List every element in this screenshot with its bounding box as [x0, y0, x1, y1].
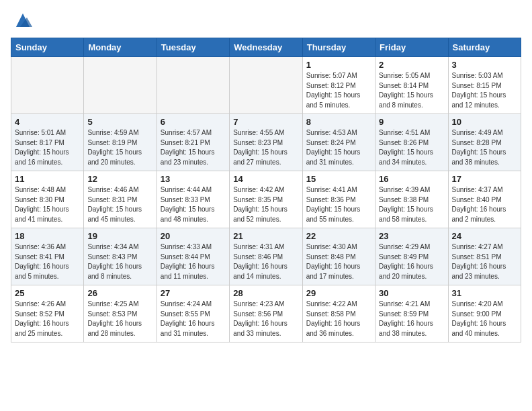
calendar-cell: 15Sunrise: 4:41 AM Sunset: 8:36 PM Dayli… [302, 171, 375, 228]
day-number: 12 [87, 174, 152, 184]
calendar-cell: 17Sunrise: 4:37 AM Sunset: 8:40 PM Dayli… [448, 171, 521, 228]
day-number: 22 [306, 231, 371, 241]
day-info: Sunrise: 4:20 AM Sunset: 9:00 PM Dayligh… [452, 300, 517, 338]
day-info: Sunrise: 5:05 AM Sunset: 8:14 PM Dayligh… [379, 71, 444, 110]
day-info: Sunrise: 4:53 AM Sunset: 8:24 PM Dayligh… [306, 128, 371, 167]
day-info: Sunrise: 4:48 AM Sunset: 8:30 PM Dayligh… [15, 185, 80, 224]
calendar-cell: 10Sunrise: 4:49 AM Sunset: 8:28 PM Dayli… [448, 114, 521, 171]
day-number: 5 [87, 117, 152, 127]
day-number: 13 [161, 174, 226, 184]
day-info: Sunrise: 5:07 AM Sunset: 8:12 PM Dayligh… [306, 71, 371, 110]
day-number: 27 [161, 288, 226, 298]
logo [11, 11, 32, 30]
day-number: 21 [233, 231, 298, 241]
day-info: Sunrise: 4:41 AM Sunset: 8:36 PM Dayligh… [306, 185, 371, 224]
calendar-cell: 29Sunrise: 4:22 AM Sunset: 8:58 PM Dayli… [302, 285, 375, 342]
day-number: 10 [452, 117, 517, 127]
day-header-sunday: Sunday [11, 38, 84, 57]
calendar-cell [230, 57, 302, 114]
day-info: Sunrise: 4:44 AM Sunset: 8:33 PM Dayligh… [161, 185, 226, 224]
calendar-week-3: 11Sunrise: 4:48 AM Sunset: 8:30 PM Dayli… [11, 171, 521, 228]
calendar-body: 1Sunrise: 5:07 AM Sunset: 8:12 PM Daylig… [11, 57, 521, 342]
day-info: Sunrise: 4:57 AM Sunset: 8:21 PM Dayligh… [161, 128, 226, 167]
day-number: 14 [233, 174, 298, 184]
day-info: Sunrise: 4:51 AM Sunset: 8:26 PM Dayligh… [379, 128, 444, 167]
page-header [11, 11, 521, 30]
calendar-cell: 31Sunrise: 4:20 AM Sunset: 9:00 PM Dayli… [448, 285, 521, 342]
day-info: Sunrise: 5:01 AM Sunset: 8:17 PM Dayligh… [15, 128, 80, 167]
calendar-cell [157, 57, 229, 114]
day-number: 6 [161, 117, 226, 127]
calendar-cell [11, 57, 84, 114]
calendar-cell: 7Sunrise: 4:55 AM Sunset: 8:23 PM Daylig… [230, 114, 302, 171]
calendar-cell: 23Sunrise: 4:29 AM Sunset: 8:49 PM Dayli… [375, 228, 448, 285]
day-number: 29 [306, 288, 371, 298]
day-info: Sunrise: 5:03 AM Sunset: 8:15 PM Dayligh… [452, 71, 517, 110]
day-header-tuesday: Tuesday [157, 38, 229, 57]
calendar-week-2: 4Sunrise: 5:01 AM Sunset: 8:17 PM Daylig… [11, 114, 521, 171]
day-number: 11 [15, 174, 80, 184]
day-number: 28 [233, 288, 298, 298]
day-info: Sunrise: 4:21 AM Sunset: 8:59 PM Dayligh… [379, 300, 444, 338]
calendar-cell: 28Sunrise: 4:23 AM Sunset: 8:56 PM Dayli… [230, 285, 302, 342]
day-number: 9 [379, 117, 444, 127]
day-number: 17 [452, 174, 517, 184]
day-number: 8 [306, 117, 371, 127]
calendar-cell: 22Sunrise: 4:30 AM Sunset: 8:48 PM Dayli… [302, 228, 375, 285]
calendar-cell: 6Sunrise: 4:57 AM Sunset: 8:21 PM Daylig… [157, 114, 229, 171]
calendar-cell: 9Sunrise: 4:51 AM Sunset: 8:26 PM Daylig… [375, 114, 448, 171]
calendar-cell: 12Sunrise: 4:46 AM Sunset: 8:31 PM Dayli… [84, 171, 157, 228]
calendar-cell: 26Sunrise: 4:25 AM Sunset: 8:53 PM Dayli… [84, 285, 157, 342]
day-info: Sunrise: 4:25 AM Sunset: 8:53 PM Dayligh… [87, 300, 152, 338]
day-number: 7 [233, 117, 298, 127]
day-number: 2 [379, 60, 444, 70]
day-header-saturday: Saturday [448, 38, 521, 57]
calendar-week-4: 18Sunrise: 4:36 AM Sunset: 8:41 PM Dayli… [11, 228, 521, 285]
day-number: 1 [306, 60, 371, 70]
calendar-cell: 13Sunrise: 4:44 AM Sunset: 8:33 PM Dayli… [157, 171, 229, 228]
calendar-cell: 1Sunrise: 5:07 AM Sunset: 8:12 PM Daylig… [302, 57, 375, 114]
day-number: 30 [379, 288, 444, 298]
calendar-cell: 30Sunrise: 4:21 AM Sunset: 8:59 PM Dayli… [375, 285, 448, 342]
calendar-cell: 27Sunrise: 4:24 AM Sunset: 8:55 PM Dayli… [157, 285, 229, 342]
calendar-cell: 11Sunrise: 4:48 AM Sunset: 8:30 PM Dayli… [11, 171, 84, 228]
calendar-cell: 2Sunrise: 5:05 AM Sunset: 8:14 PM Daylig… [375, 57, 448, 114]
logo-icon [13, 11, 32, 30]
day-info: Sunrise: 4:59 AM Sunset: 8:19 PM Dayligh… [87, 128, 152, 167]
day-info: Sunrise: 4:39 AM Sunset: 8:38 PM Dayligh… [379, 185, 444, 224]
day-info: Sunrise: 4:46 AM Sunset: 8:31 PM Dayligh… [87, 185, 152, 224]
calendar-cell: 4Sunrise: 5:01 AM Sunset: 8:17 PM Daylig… [11, 114, 84, 171]
calendar-week-5: 25Sunrise: 4:26 AM Sunset: 8:52 PM Dayli… [11, 285, 521, 342]
day-info: Sunrise: 4:34 AM Sunset: 8:43 PM Dayligh… [87, 242, 152, 281]
day-number: 15 [306, 174, 371, 184]
day-info: Sunrise: 4:49 AM Sunset: 8:28 PM Dayligh… [452, 128, 517, 167]
day-info: Sunrise: 4:26 AM Sunset: 8:52 PM Dayligh… [15, 300, 80, 338]
calendar-cell [84, 57, 157, 114]
day-header-thursday: Thursday [302, 38, 375, 57]
day-info: Sunrise: 4:24 AM Sunset: 8:55 PM Dayligh… [161, 300, 226, 338]
day-info: Sunrise: 4:31 AM Sunset: 8:46 PM Dayligh… [233, 242, 298, 281]
day-number: 19 [87, 231, 152, 241]
day-info: Sunrise: 4:27 AM Sunset: 8:51 PM Dayligh… [452, 242, 517, 281]
calendar-week-1: 1Sunrise: 5:07 AM Sunset: 8:12 PM Daylig… [11, 57, 521, 114]
day-number: 3 [452, 60, 517, 70]
day-number: 24 [452, 231, 517, 241]
day-number: 18 [15, 231, 80, 241]
day-header-monday: Monday [84, 38, 157, 57]
day-number: 23 [379, 231, 444, 241]
calendar-cell: 8Sunrise: 4:53 AM Sunset: 8:24 PM Daylig… [302, 114, 375, 171]
calendar-cell: 16Sunrise: 4:39 AM Sunset: 8:38 PM Dayli… [375, 171, 448, 228]
calendar-header-row: SundayMondayTuesdayWednesdayThursdayFrid… [11, 38, 521, 57]
calendar-cell: 14Sunrise: 4:42 AM Sunset: 8:35 PM Dayli… [230, 171, 302, 228]
day-info: Sunrise: 4:33 AM Sunset: 8:44 PM Dayligh… [161, 242, 226, 281]
calendar-cell: 18Sunrise: 4:36 AM Sunset: 8:41 PM Dayli… [11, 228, 84, 285]
calendar-cell: 3Sunrise: 5:03 AM Sunset: 8:15 PM Daylig… [448, 57, 521, 114]
calendar-cell: 20Sunrise: 4:33 AM Sunset: 8:44 PM Dayli… [157, 228, 229, 285]
day-header-friday: Friday [375, 38, 448, 57]
day-info: Sunrise: 4:55 AM Sunset: 8:23 PM Dayligh… [233, 128, 298, 167]
day-info: Sunrise: 4:29 AM Sunset: 8:49 PM Dayligh… [379, 242, 444, 281]
day-info: Sunrise: 4:22 AM Sunset: 8:58 PM Dayligh… [306, 300, 371, 338]
day-number: 16 [379, 174, 444, 184]
day-number: 20 [161, 231, 226, 241]
day-number: 31 [452, 288, 517, 298]
